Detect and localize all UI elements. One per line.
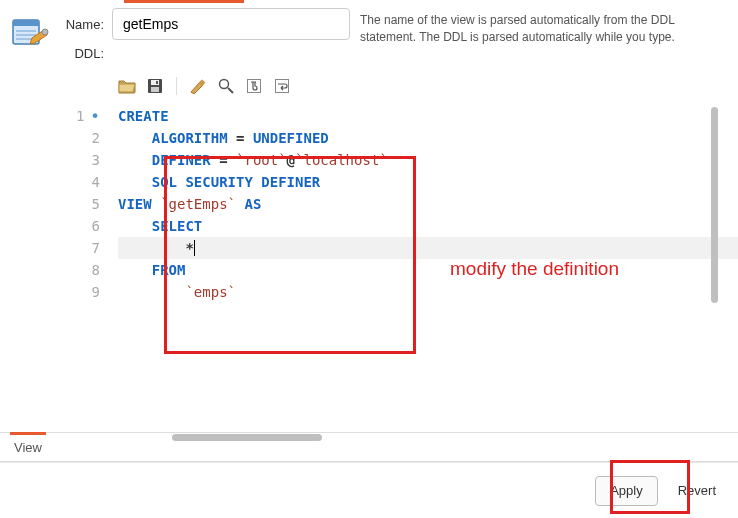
svg-rect-1 — [13, 20, 39, 26]
top-panel: Name: DDL: The name of the view is parse… — [0, 0, 738, 73]
svg-point-11 — [220, 80, 229, 89]
vertical-scrollbar[interactable] — [711, 107, 718, 303]
line-number: 1• — [60, 105, 100, 127]
form-icon-column — [10, 8, 60, 67]
active-tab-indicator — [124, 0, 244, 3]
code-line[interactable]: `emps` — [118, 281, 720, 303]
beautify-icon[interactable] — [185, 75, 211, 97]
code-line[interactable]: CREATE — [118, 105, 720, 127]
code-line[interactable]: SQL SECURITY DEFINER — [118, 171, 720, 193]
search-icon[interactable] — [213, 75, 239, 97]
line-number: 4 — [60, 171, 100, 193]
svg-rect-8 — [151, 87, 159, 92]
code-line[interactable]: DEFINER = `root`@`localhost` — [118, 149, 720, 171]
code-line[interactable]: * — [118, 237, 720, 259]
action-button-row: Apply Revert — [0, 462, 738, 518]
apply-button[interactable]: Apply — [595, 476, 658, 506]
bottom-tab-row: View — [0, 432, 738, 462]
description-text: The name of the view is parsed automatic… — [360, 8, 728, 67]
code-line[interactable]: SELECT — [118, 215, 720, 237]
svg-rect-9 — [156, 81, 158, 84]
code-content[interactable]: CREATE ALGORITHM = UNDEFINED DEFINER = `… — [110, 103, 720, 443]
code-editor[interactable]: 1•23456789 CREATE ALGORITHM = UNDEFINED … — [60, 103, 720, 443]
svg-point-5 — [42, 29, 48, 35]
form-column: Name: DDL: — [60, 8, 360, 67]
line-number: 3 — [60, 149, 100, 171]
line-number: 5 — [60, 193, 100, 215]
line-number: 2 — [60, 127, 100, 149]
save-icon[interactable] — [142, 75, 168, 97]
code-line[interactable]: VIEW `getEmps` AS — [118, 193, 720, 215]
tab-view[interactable]: View — [10, 432, 46, 461]
annotation-text: modify the definition — [450, 258, 619, 280]
svg-line-12 — [228, 88, 233, 93]
line-number: 7 — [60, 237, 100, 259]
code-line[interactable]: FROM — [118, 259, 720, 281]
editor-toolbar — [64, 73, 720, 103]
code-line[interactable]: ALGORITHM = UNDEFINED — [118, 127, 720, 149]
line-gutter: 1•23456789 — [60, 103, 110, 443]
text-cursor — [194, 240, 196, 256]
view-editor-icon — [10, 14, 50, 54]
invisible-chars-icon[interactable] — [241, 75, 267, 97]
ddl-label: DDL: — [60, 46, 112, 61]
name-input[interactable] — [112, 8, 350, 40]
revert-button[interactable]: Revert — [666, 476, 728, 506]
line-number: 8 — [60, 259, 100, 281]
open-file-icon[interactable] — [114, 75, 140, 97]
line-number: 6 — [60, 215, 100, 237]
line-number: 9 — [60, 281, 100, 303]
toolbar-separator — [176, 77, 177, 95]
ddl-editor-area: 1•23456789 CREATE ALGORITHM = UNDEFINED … — [60, 73, 720, 443]
name-label: Name: — [60, 17, 112, 32]
word-wrap-icon[interactable] — [269, 75, 295, 97]
